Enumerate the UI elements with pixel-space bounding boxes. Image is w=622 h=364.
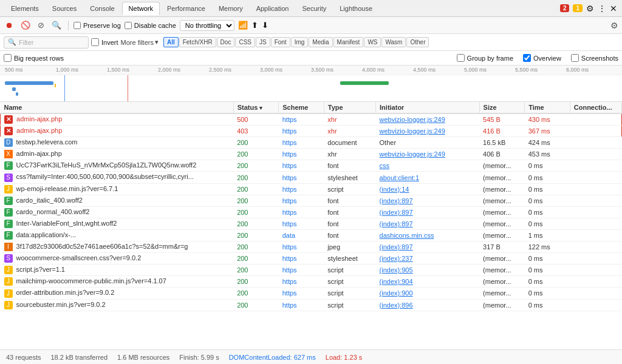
table-row[interactable]: F UcC73FwrK3iLTeHuS_nVMrMxCp50Sjla1ZL7W0…: [1, 160, 622, 172]
cell-size: (memor...: [479, 276, 525, 288]
table-row[interactable]: X admin-ajax.php 200 https xhr webvizio-…: [1, 149, 622, 160]
tab-network[interactable]: Network: [122, 2, 160, 15]
tab-performance[interactable]: Performance: [161, 2, 211, 15]
clear-button[interactable]: 🚫: [19, 19, 32, 31]
screenshots-option[interactable]: Screenshots: [571, 54, 618, 62]
type-btn-wasm[interactable]: Wasm: [381, 37, 406, 47]
type-btn-js[interactable]: JS: [256, 37, 270, 47]
filter-toggle-button[interactable]: ⊘: [36, 19, 46, 31]
cell-status: 200: [233, 229, 279, 241]
col-header-type[interactable]: Type: [324, 102, 375, 113]
cell-time: 0 ms: [525, 172, 570, 183]
table-row[interactable]: I 3f17d82c93006d0c52e7461aee606a1c?s=52&…: [1, 241, 622, 253]
tab-elements[interactable]: Elements: [5, 2, 45, 15]
initiator-link[interactable]: webvizio-logger.js:249: [380, 116, 445, 123]
table-row[interactable]: D testwp.helevera.com 200 https document…: [1, 137, 622, 149]
filter-input-wrap[interactable]: 🔍 Filter: [4, 36, 89, 49]
initiator-link[interactable]: (index):897: [380, 220, 413, 228]
initiator-link[interactable]: (index):14: [380, 186, 409, 193]
col-header-conn[interactable]: Connectio...: [570, 102, 621, 113]
col-header-time[interactable]: Time: [525, 102, 570, 113]
settings-icon[interactable]: ⚙: [586, 4, 594, 13]
preserve-log-label[interactable]: Preserve log: [73, 22, 121, 29]
group-frame-checkbox[interactable]: [457, 54, 465, 62]
initiator-link[interactable]: css: [380, 162, 390, 169]
big-rows-option[interactable]: Big request rows: [4, 54, 64, 62]
type-btn-img[interactable]: Img: [291, 37, 309, 47]
cell-name: J mailchimp-woocommerce-public.min.js?ve…: [1, 276, 234, 288]
type-btn-fetchxhr[interactable]: Fetch/XHR: [179, 37, 216, 47]
disable-cache-label[interactable]: Disable cache: [125, 22, 176, 29]
screenshots-checkbox[interactable]: [571, 54, 579, 62]
initiator-link[interactable]: (index):904: [380, 278, 413, 285]
row-name-text: 3f17d82c93006d0c52e7461aee606a1c?s=52&d=…: [16, 243, 188, 250]
table-row[interactable]: J order-attribution.min.js?ver=9.0.2 200…: [1, 288, 622, 299]
invert-checkbox[interactable]: [91, 38, 99, 46]
type-btn-manifest[interactable]: Manifest: [333, 37, 364, 47]
type-btn-all[interactable]: All: [163, 37, 179, 47]
col-header-scheme[interactable]: Scheme: [279, 102, 324, 113]
table-row[interactable]: J sourcebuster.min.js?ver=9.0.2 200 http…: [1, 299, 622, 311]
initiator-link[interactable]: webvizio-logger.js:249: [380, 127, 445, 135]
tab-application[interactable]: Application: [250, 2, 295, 15]
cell-conn: [570, 113, 621, 126]
table-row[interactable]: F cardo_italic_400.woff2 200 https font …: [1, 195, 622, 206]
more-options-icon[interactable]: ⋮: [598, 4, 606, 13]
initiator-link[interactable]: (index):897: [380, 209, 413, 216]
record-button[interactable]: ⏺: [4, 19, 15, 31]
initiator-link[interactable]: dashicons.min.css: [380, 232, 434, 239]
cell-conn: [570, 206, 621, 218]
initiator-link[interactable]: (index):237: [380, 255, 413, 262]
close-icon[interactable]: ✕: [610, 4, 617, 13]
overview-option[interactable]: Overview: [523, 54, 561, 62]
cell-name: J order-attribution.min.js?ver=9.0.2: [1, 288, 234, 299]
overview-checkbox[interactable]: [523, 54, 531, 62]
initiator-link[interactable]: webvizio-logger.js:249: [380, 150, 445, 158]
type-btn-doc[interactable]: Doc: [217, 37, 235, 47]
cell-initiator: (index):900: [376, 288, 480, 299]
initiator-link[interactable]: (index):905: [380, 266, 413, 274]
type-btn-media[interactable]: Media: [309, 37, 332, 47]
table-row[interactable]: F cardo_normal_400.woff2 200 https font …: [1, 206, 622, 218]
tab-lighthouse[interactable]: Lighthouse: [333, 2, 378, 15]
table-row[interactable]: J script.js?ver=1.1 200 https script (in…: [1, 265, 622, 276]
type-btn-font[interactable]: Font: [271, 37, 290, 47]
table-row[interactable]: ✕ admin-ajax.php 500 https xhr webvizio-…: [1, 113, 622, 126]
initiator-link[interactable]: about:client:1: [380, 174, 419, 181]
throttling-select[interactable]: No throttling: [180, 20, 234, 31]
initiator-link[interactable]: (index):897: [380, 197, 413, 204]
initiator-link[interactable]: (index):896: [380, 302, 413, 309]
table-row[interactable]: S css?family=Inter:400,500,600,700,900&s…: [1, 172, 622, 183]
table-row[interactable]: S woocommerce-smallscreen.css?ver=9.0.2 …: [1, 253, 622, 265]
table-row[interactable]: J mailchimp-woocommerce-public.min.js?ve…: [1, 276, 622, 288]
row-type-icon: F: [4, 208, 13, 217]
invert-check[interactable]: Invert: [91, 38, 118, 46]
initiator-link[interactable]: (index):900: [380, 289, 413, 297]
big-rows-checkbox[interactable]: [4, 54, 12, 62]
tab-sources[interactable]: Sources: [46, 2, 83, 15]
table-row[interactable]: ✕ admin-ajax.php 403 https xhr webvizio-…: [1, 126, 622, 137]
preserve-log-checkbox[interactable]: [73, 22, 81, 29]
group-frame-option[interactable]: Group by frame: [457, 54, 513, 62]
search-button[interactable]: 🔍: [50, 19, 63, 31]
col-header-size[interactable]: Size: [479, 102, 525, 113]
cell-scheme: https: [279, 265, 324, 276]
cell-name: ✕ admin-ajax.php: [1, 126, 234, 137]
table-row[interactable]: J wp-emoji-release.min.js?ver=6.7.1 200 …: [1, 183, 622, 195]
table-row[interactable]: F Inter-VariableFont_slnt,wght.woff2 200…: [1, 218, 622, 229]
tab-console[interactable]: Console: [84, 2, 120, 15]
network-settings-icon[interactable]: ⚙: [610, 21, 618, 30]
col-header-status[interactable]: Status ▾: [233, 102, 279, 113]
type-btn-other[interactable]: Other: [406, 37, 429, 47]
type-btn-ws[interactable]: WS: [364, 37, 381, 47]
disable-cache-checkbox[interactable]: [125, 22, 132, 29]
cell-name: I 3f17d82c93006d0c52e7461aee606a1c?s=52&…: [1, 241, 234, 253]
tab-security[interactable]: Security: [296, 2, 332, 15]
tab-memory[interactable]: Memory: [213, 2, 249, 15]
col-header-initiator[interactable]: Initiator: [376, 102, 480, 113]
initiator-link[interactable]: (index):897: [380, 243, 413, 251]
table-row[interactable]: F data:application/x-... 200 data font d…: [1, 229, 622, 241]
more-filters-button[interactable]: More filters ▾: [121, 38, 159, 46]
type-btn-css[interactable]: CSS: [235, 37, 255, 47]
col-header-name[interactable]: Name: [1, 102, 234, 113]
